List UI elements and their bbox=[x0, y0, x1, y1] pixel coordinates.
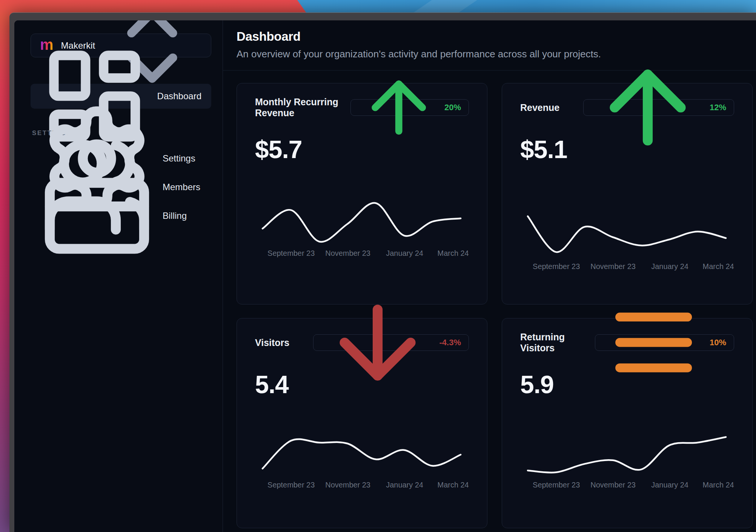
svg-text:March 24: March 24 bbox=[703, 481, 734, 489]
svg-text:September 23: September 23 bbox=[533, 262, 580, 271]
card-title: Monthly Recurring Revenue bbox=[255, 97, 350, 118]
svg-text:November 23: November 23 bbox=[325, 249, 370, 257]
card-header: Visitors -4.3% bbox=[255, 334, 469, 351]
trend-badge-value: 20% bbox=[444, 103, 461, 112]
card-header: Revenue 12% bbox=[520, 99, 734, 116]
svg-text:March 24: March 24 bbox=[438, 481, 469, 489]
sparkline-chart: September 23November 23January 24March 2… bbox=[255, 197, 469, 259]
page-title: Dashboard bbox=[237, 29, 741, 45]
sparkline-chart: September 23November 23January 24March 2… bbox=[255, 429, 469, 491]
sidebar: m Makerkit Dashboard SETTINGS Settings M… bbox=[14, 20, 223, 532]
svg-text:March 24: March 24 bbox=[438, 249, 469, 257]
svg-text:March 24: March 24 bbox=[703, 262, 734, 271]
svg-text:January 24: January 24 bbox=[651, 262, 688, 271]
svg-text:September 23: September 23 bbox=[267, 481, 315, 489]
trend-badge: -4.3% bbox=[313, 334, 469, 351]
svg-text:January 24: January 24 bbox=[386, 481, 423, 489]
makerkit-logo: m bbox=[40, 37, 54, 52]
svg-text:September 23: September 23 bbox=[533, 481, 580, 489]
card-title: Visitors bbox=[255, 337, 289, 348]
sidebar-item-label: Members bbox=[163, 182, 200, 192]
menu-icon bbox=[603, 292, 704, 393]
metric-cards-grid: Monthly Recurring Revenue 20% $5.7 Septe… bbox=[223, 71, 756, 528]
arrow-up-icon bbox=[358, 67, 439, 148]
svg-text:November 23: November 23 bbox=[590, 262, 636, 271]
wallpaper-light-streak bbox=[264, 0, 756, 13]
svg-text:January 24: January 24 bbox=[651, 481, 688, 489]
trend-badge-value: 12% bbox=[710, 103, 726, 112]
wallpaper-blue-wedge bbox=[264, 0, 756, 13]
main-content: Dashboard An overview of your organizati… bbox=[223, 20, 756, 532]
trend-badge: 20% bbox=[350, 99, 469, 116]
arrow-down-icon bbox=[321, 286, 434, 399]
trend-badge-value: -4.3% bbox=[439, 338, 461, 347]
desktop: { "sidebar": { "workspace_selector": { "… bbox=[0, 0, 756, 532]
svg-text:September 23: September 23 bbox=[267, 249, 315, 257]
card-revenue: Revenue 12% $5.1 September 23November 23… bbox=[502, 83, 753, 304]
arrow-up-icon bbox=[591, 51, 704, 164]
trend-badge: 10% bbox=[595, 334, 734, 351]
sidebar-item-label: Dashboard bbox=[157, 91, 201, 101]
sidebar-item-billing[interactable]: Billing bbox=[31, 201, 211, 230]
sparkline-chart: September 23November 23January 24March 2… bbox=[520, 210, 734, 272]
svg-text:January 24: January 24 bbox=[386, 249, 423, 257]
app-content: m Makerkit Dashboard SETTINGS Settings M… bbox=[14, 20, 756, 532]
card-header: Returning Visitors 10% bbox=[520, 334, 734, 351]
sparkline-chart: September 23November 23January 24March 2… bbox=[520, 429, 734, 491]
sidebar-item-label: Billing bbox=[163, 211, 187, 221]
card-title: Revenue bbox=[520, 102, 559, 113]
credit-card-icon bbox=[40, 159, 154, 272]
svg-text:November 23: November 23 bbox=[590, 481, 636, 489]
sidebar-item-label: Settings bbox=[163, 153, 195, 164]
card-monthly-recurring-revenue: Monthly Recurring Revenue 20% $5.7 Septe… bbox=[237, 83, 487, 304]
card-returning-visitors: Returning Visitors 10% 5.9 September 23N… bbox=[502, 318, 753, 528]
svg-text:November 23: November 23 bbox=[325, 481, 370, 489]
app-window: m Makerkit Dashboard SETTINGS Settings M… bbox=[9, 12, 756, 532]
trend-badge-value: 10% bbox=[710, 338, 726, 347]
card-visitors: Visitors -4.3% 5.4 September 23November … bbox=[237, 318, 487, 528]
card-title: Returning Visitors bbox=[520, 332, 595, 354]
settings-nav: Settings Members Billing bbox=[31, 144, 223, 230]
card-header: Monthly Recurring Revenue 20% bbox=[255, 99, 469, 116]
trend-badge: 12% bbox=[583, 99, 734, 116]
